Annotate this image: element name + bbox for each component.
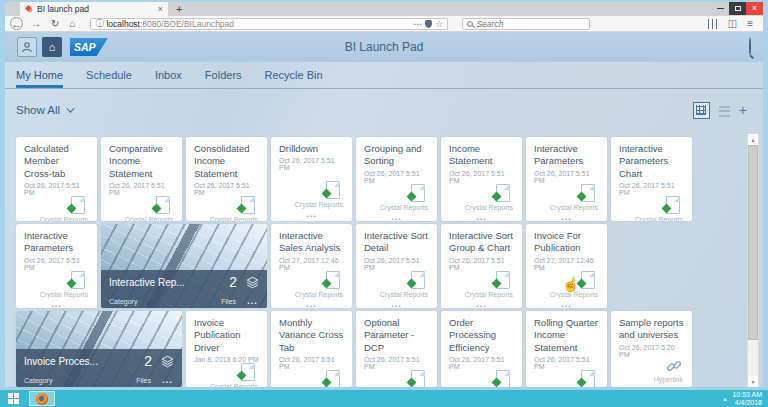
tile-type: Crystal Reports xyxy=(380,204,428,211)
tab-close-icon[interactable]: × xyxy=(158,5,163,13)
taskbar-clock[interactable]: 10:53 AM 4/4/2018 xyxy=(732,391,762,407)
more-options-button[interactable]: ... xyxy=(161,378,174,383)
browser-search-input[interactable] xyxy=(476,19,585,29)
more-options-button[interactable]: ... xyxy=(476,301,487,307)
start-button[interactable] xyxy=(0,390,27,407)
tile-type: Crystal Reports xyxy=(125,216,173,221)
tile-type: Crystal Reports xyxy=(465,204,513,211)
tab-my-home[interactable]: My Home xyxy=(16,69,63,88)
add-tile-button[interactable]: + xyxy=(739,103,747,117)
shield-icon[interactable] xyxy=(425,20,432,28)
tile-date: Oct 26, 2017 5:51 PM xyxy=(24,182,89,196)
report-tile[interactable]: Drilldown Oct 26, 2017 5:51 PM Crystal R… xyxy=(271,137,352,221)
report-tile[interactable]: Calculated Member Cross-tab Oct 26, 2017… xyxy=(16,137,97,221)
tile-title: Consolidated Income Statement xyxy=(194,143,259,180)
home-button[interactable]: ⌂ xyxy=(42,37,62,57)
browser-tab[interactable]: BI launch pad × xyxy=(20,2,168,16)
search-icon xyxy=(749,37,751,56)
report-tile[interactable]: Invoice For Publication Oct 27, 2017 12:… xyxy=(526,224,607,308)
report-tile[interactable]: Monthly Variance Cross Tab Oct 26, 2017 … xyxy=(271,311,352,387)
sap-logo: SAP xyxy=(70,38,108,56)
grid-view-button[interactable] xyxy=(693,102,710,119)
browser-home-icon[interactable]: ⌂ xyxy=(64,17,80,31)
list-view-button[interactable] xyxy=(719,104,730,117)
url-bar[interactable]: ⓘ localhost:8080/BOE/BILaunchpad ⋯ ☆ xyxy=(90,18,448,30)
person-icon xyxy=(20,40,34,54)
tile-grid: Calculated Member Cross-tab Oct 26, 2017… xyxy=(16,137,692,387)
more-options-button[interactable]: ... xyxy=(391,214,402,220)
tile-date: Oct 26, 2017 5:51 PM xyxy=(534,356,599,370)
more-options-button[interactable]: ... xyxy=(246,299,259,304)
tile-title: Rolling Quarter Income Statement xyxy=(534,317,599,354)
page-actions-icon[interactable]: ⋯ xyxy=(413,19,422,29)
report-tile[interactable]: Interactive Sort Detail Oct 26, 2017 5:5… xyxy=(356,224,437,308)
new-tab-button[interactable]: + xyxy=(168,2,190,16)
scroll-up-icon[interactable]: ▲ xyxy=(748,134,758,145)
report-tile[interactable]: Interactive Parameters Oct 26, 2017 5:51… xyxy=(16,224,97,308)
tile-type: Crystal Reports xyxy=(380,291,428,298)
tile-title: Drilldown xyxy=(279,143,344,155)
report-tile[interactable]: Interactive Sales Analysis Oct 27, 2017 … xyxy=(271,224,352,308)
more-options-button[interactable]: ... xyxy=(561,301,572,307)
browser-tabstrip: BI launch pad × + × xyxy=(5,2,763,16)
report-tile[interactable]: Grouping and Sorting Oct 26, 2017 5:51 P… xyxy=(356,137,437,221)
report-tile[interactable]: Consolidated Income Statement Oct 26, 20… xyxy=(186,137,267,221)
user-button[interactable] xyxy=(17,37,37,57)
report-tile[interactable]: Interactive Parameters Chart Oct 26, 201… xyxy=(611,137,692,221)
library-icon[interactable] xyxy=(708,19,718,29)
minimize-button[interactable] xyxy=(712,2,729,15)
tile-title: Interactive Parameters Chart xyxy=(619,143,684,180)
more-options-button[interactable]: ... xyxy=(476,214,487,220)
tray-chevron-icon[interactable]: ▲ xyxy=(722,396,727,402)
report-tile[interactable]: Comparative Income Statement Oct 26, 201… xyxy=(101,137,182,221)
tile-date: Oct 26, 2017 5:51 PM xyxy=(364,257,429,271)
more-options-button[interactable]: ... xyxy=(306,211,317,217)
tile-title: Monthly Variance Cross Tab xyxy=(279,317,344,354)
scrollbar-track[interactable] xyxy=(748,145,758,376)
more-options-button[interactable]: ... xyxy=(561,214,572,220)
menu-icon[interactable]: ≡ xyxy=(747,19,753,29)
clock-time: 10:53 AM xyxy=(732,391,762,399)
filter-row: Show All + xyxy=(5,98,763,122)
app-search-button[interactable] xyxy=(749,38,751,56)
more-options-button[interactable]: ... xyxy=(391,301,402,307)
scrollbar-thumb[interactable] xyxy=(748,145,758,340)
report-tile[interactable]: Interactive Parameters Oct 26, 2017 5:51… xyxy=(526,137,607,221)
more-options-button[interactable]: ... xyxy=(306,301,317,307)
report-tile[interactable]: Optional Parameter - DCP Oct 26, 2017 5:… xyxy=(356,311,437,387)
close-window-button[interactable]: × xyxy=(746,2,763,15)
forward-icon[interactable]: → xyxy=(26,17,46,31)
tab-inbox[interactable]: Inbox xyxy=(155,69,182,88)
report-tile[interactable]: Interactive Sort Group & Chart Oct 26, 2… xyxy=(441,224,522,308)
report-tile[interactable]: Rolling Quarter Income Statement Oct 26,… xyxy=(526,311,607,387)
tile-type: Crystal Reports xyxy=(550,204,598,211)
browser-search-box[interactable] xyxy=(462,18,590,30)
tile-type: Crystal Reports xyxy=(210,216,258,221)
tab-recycle-bin[interactable]: Recycle Bin xyxy=(265,69,323,88)
category-tile[interactable]: Invoice Proces... 2 Category Files ... xyxy=(16,311,182,387)
sidebar-icon[interactable]: ◫ xyxy=(728,19,737,29)
tile-title: Interactive Parameters xyxy=(24,230,89,255)
maximize-button[interactable] xyxy=(729,2,746,15)
back-icon[interactable]: ← xyxy=(10,17,23,30)
crystal-reports-icon xyxy=(156,196,170,214)
show-all-dropdown[interactable]: Show All xyxy=(16,104,72,116)
more-options-button[interactable]: ... xyxy=(51,301,62,307)
scroll-down-icon[interactable]: ▼ xyxy=(748,376,758,387)
tile-date: Oct 26, 2017 5:51 PM xyxy=(449,170,514,184)
crystal-reports-icon xyxy=(581,184,595,202)
reload-icon[interactable]: ↻ xyxy=(46,17,64,31)
bookmark-star-icon[interactable]: ☆ xyxy=(435,19,443,29)
tile-type: Crystal Reports xyxy=(40,216,88,221)
report-tile[interactable]: Order Processing Efficiency Oct 26, 2017… xyxy=(441,311,522,387)
firefox-taskbar-button[interactable] xyxy=(29,391,55,406)
crystal-reports-icon xyxy=(241,363,255,381)
tab-folders[interactable]: Folders xyxy=(205,69,242,88)
vertical-scrollbar[interactable]: ▲ ▼ xyxy=(747,133,759,388)
report-tile[interactable]: Invoice Publication Driver Jan 8, 2018 6… xyxy=(186,311,267,387)
site-info-icon[interactable]: ⓘ xyxy=(95,18,103,29)
hyperlink-tile[interactable]: Sample reports and universes Oct 26, 201… xyxy=(611,311,692,387)
tab-schedule[interactable]: Schedule xyxy=(86,69,132,88)
category-tile[interactable]: Interactive Rep... 2 Category Files ... xyxy=(101,224,267,308)
report-tile[interactable]: Income Statement Oct 26, 2017 5:51 PM Cr… xyxy=(441,137,522,221)
